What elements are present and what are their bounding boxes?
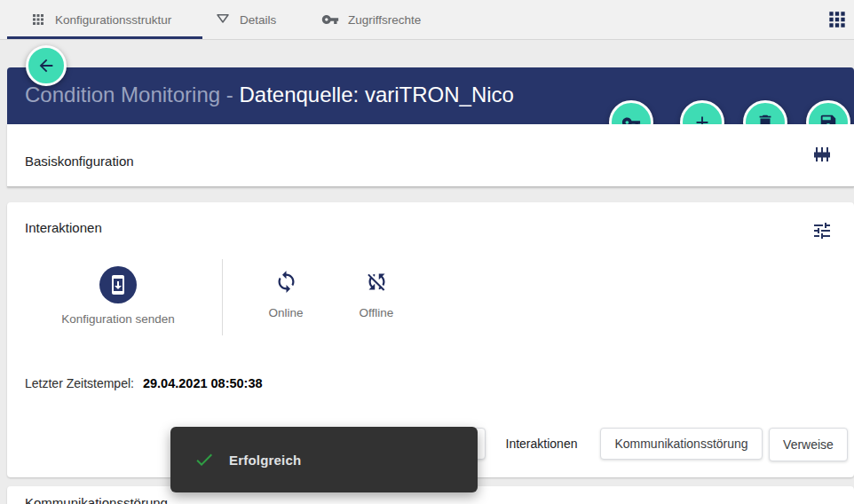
sync-icon xyxy=(274,270,298,294)
apps-grid-icon[interactable] xyxy=(826,8,849,31)
page-title: Condition Monitoring - Datenquelle: vari… xyxy=(25,83,514,107)
timestamp-label: Letzter Zeitstempel: xyxy=(25,376,134,390)
send-configuration-button[interactable]: Konfiguration senden xyxy=(38,266,198,326)
top-tab-bar: Konfigurationsstruktur Details Zugriffsr… xyxy=(0,0,854,40)
last-timestamp-row: Letzter Zeitstempel:29.04.2021 08:50:38 xyxy=(25,376,263,390)
tab-zugriffsrechte[interactable]: Zugriffsrechte xyxy=(307,0,431,39)
timestamp-value: 29.04.2021 08:50:38 xyxy=(143,376,263,390)
section-title-interaktionen: Interaktionen xyxy=(25,220,102,235)
online-button[interactable]: Online xyxy=(241,270,330,319)
active-tab-indicator xyxy=(7,36,202,39)
page-title-main: Datenquelle: variTRON_Nico xyxy=(239,83,513,106)
offline-button[interactable]: Offline xyxy=(332,270,421,319)
tab-label: Zugriffsrechte xyxy=(348,13,421,27)
section-title-basiskonfiguration: Basiskonfiguration xyxy=(25,154,134,169)
sync-disabled-icon xyxy=(365,270,389,294)
back-button[interactable] xyxy=(26,45,67,86)
check-icon xyxy=(194,449,215,470)
grid-dots-icon xyxy=(30,12,46,28)
filter-icon xyxy=(215,12,231,28)
success-snackbar: Erfolgreich xyxy=(170,427,478,492)
device-download-icon xyxy=(99,266,137,303)
send-configuration-label: Konfiguration senden xyxy=(61,312,175,326)
footer-tab-interaktionen[interactable]: Interaktionen xyxy=(497,428,586,460)
tab-konfigurationsstruktur[interactable]: Konfigurationsstruktur xyxy=(7,0,202,39)
footer-button-kommunikationsstoerung[interactable]: Kommunikationsstörung xyxy=(600,428,763,460)
tab-details[interactable]: Details xyxy=(202,0,307,39)
offline-label: Offline xyxy=(360,306,394,319)
basis-configuration-section: Basiskonfiguration xyxy=(7,124,854,187)
vertical-sliders-icon[interactable] xyxy=(811,144,833,165)
snackbar-message: Erfolgreich xyxy=(229,453,301,468)
section-title-kommunikationsstoerung: Kommunikationsstörung xyxy=(25,495,168,504)
vertical-divider xyxy=(222,259,223,335)
online-label: Online xyxy=(268,306,303,319)
key-icon xyxy=(321,11,339,28)
tab-label: Konfigurationsstruktur xyxy=(55,13,171,27)
arrow-left-icon xyxy=(36,56,56,75)
page-header: Condition Monitoring - Datenquelle: vari… xyxy=(7,67,854,124)
tune-icon[interactable] xyxy=(811,220,833,241)
tab-label: Details xyxy=(240,13,276,27)
footer-button-verweise[interactable]: Verweise xyxy=(769,428,848,461)
page-title-prefix: Condition Monitoring - xyxy=(25,83,239,106)
